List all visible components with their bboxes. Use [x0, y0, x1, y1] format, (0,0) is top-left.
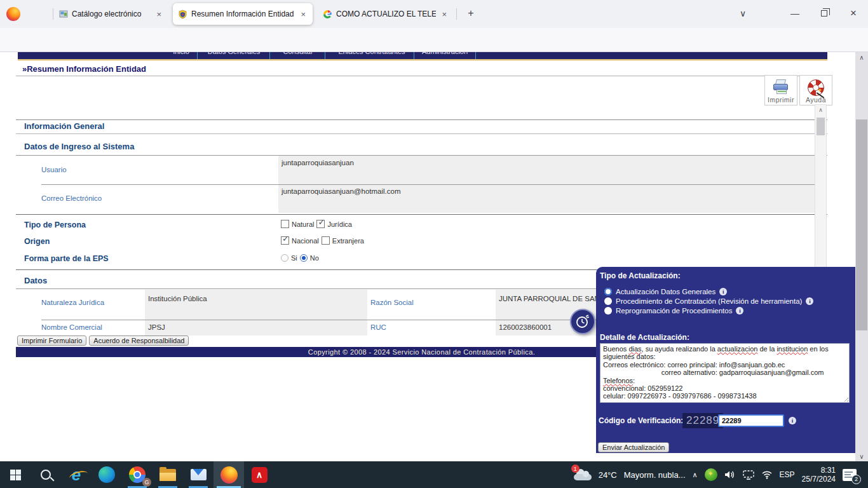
imprimir-formulario-button[interactable]: Imprimir Formulario: [17, 336, 86, 346]
nav-item-administracion[interactable]: Administración: [422, 52, 468, 58]
volume-icon[interactable]: [724, 470, 736, 480]
taskbar-acrobat-button[interactable]: ∧: [244, 461, 275, 488]
close-tab-icon[interactable]: ×: [299, 10, 308, 19]
ruc-value: 1260023860001: [499, 323, 552, 331]
temperature[interactable]: 24°C: [599, 470, 617, 480]
weather-widget[interactable]: 1: [574, 469, 592, 480]
language-indicator[interactable]: ESP: [780, 470, 795, 479]
info-icon[interactable]: i: [736, 307, 743, 315]
close-tab-icon[interactable]: ×: [154, 10, 163, 19]
enviar-actualizacion-button[interactable]: Enviar Actualización: [598, 442, 669, 452]
list-tabs-chevron-icon[interactable]: ∨: [732, 0, 754, 27]
tipo-persona-label: Tipo de Persona: [24, 220, 86, 229]
info-icon[interactable]: i: [789, 417, 796, 424]
restore-button[interactable]: [813, 0, 835, 27]
eps-no-label: No: [310, 254, 319, 262]
eps-si-radio[interactable]: [281, 254, 288, 262]
nombre-label: Nombre Comercial: [41, 323, 102, 331]
notification-count-badge: 2: [851, 475, 861, 484]
eps-si-label: Si: [291, 254, 297, 262]
eps-no-radio[interactable]: [300, 254, 308, 262]
windows-logo-icon: [10, 470, 21, 480]
browser-scrollbar[interactable]: ∧ ∨: [855, 52, 868, 461]
codigo-input[interactable]: [718, 414, 784, 427]
nombre-value-field: [145, 320, 367, 336]
tab-google-search[interactable]: COMO ACTUALIZO EL TELEFON ×: [318, 3, 454, 25]
internet-explorer-icon: e: [72, 466, 81, 483]
resize-grip-icon[interactable]: [843, 396, 848, 402]
procedimiento-radio[interactable]: [604, 297, 612, 305]
taskbar-firefox-button[interactable]: [214, 461, 244, 488]
session-timer-badge[interactable]: [570, 309, 595, 334]
clock[interactable]: 8:31 25/7/2024: [802, 466, 836, 484]
actualizacion-panel: Tipo de Actualización: Actualización Dat…: [596, 267, 857, 453]
taskbar-mail-button[interactable]: [183, 461, 214, 488]
tab-title: Catálogo electrónico: [72, 10, 151, 18]
firefox-logo-icon[interactable]: [6, 7, 20, 21]
divider: [16, 133, 827, 134]
taskbar-ie-button[interactable]: e: [61, 461, 92, 488]
natural-checkbox[interactable]: [281, 220, 289, 228]
new-tab-button[interactable]: +: [461, 0, 480, 27]
taskbar-explorer-button[interactable]: [153, 461, 183, 488]
nav-item-enlaces[interactable]: Enlaces Contratantes: [338, 52, 405, 58]
browser-titlebar: Catálogo electrónico × Resumen Informaci…: [0, 0, 868, 28]
taskbar-chrome-button[interactable]: G: [122, 461, 153, 488]
ayuda-button[interactable]: ✦ Ayuda: [799, 75, 832, 105]
tipo-actualizacion-title: Tipo de Actualización:: [600, 271, 681, 280]
option-procedimiento: Procedimiento de Contratación (Revisión …: [604, 297, 813, 305]
search-icon: [41, 470, 51, 480]
start-button[interactable]: [0, 461, 31, 488]
tab-resumen-active[interactable]: Resumen Información Entidad ×: [173, 3, 313, 25]
date: 25/7/2024: [802, 475, 836, 484]
scroll-up-icon[interactable]: ∧: [815, 105, 826, 115]
scrollbar-thumb[interactable]: [856, 119, 867, 330]
nav-item-inicio[interactable]: Inicio: [173, 52, 189, 58]
antivirus-icon[interactable]: [705, 468, 717, 481]
reprogramacion-radio[interactable]: [604, 307, 612, 315]
close-tab-icon[interactable]: ×: [440, 10, 449, 19]
divider: [16, 119, 827, 120]
captcha-display: 22289: [682, 413, 723, 428]
acuerdo-responsabilidad-button[interactable]: Acuerdo de Responsalbilidad: [89, 336, 189, 346]
extranjera-checkbox[interactable]: [322, 236, 330, 245]
imprimir-button[interactable]: Imprimir: [764, 75, 797, 105]
tab-catalogo[interactable]: Catálogo electrónico ×: [54, 3, 168, 25]
info-icon[interactable]: i: [719, 288, 727, 295]
naturaleza-label: Naturaleza Jurídica: [41, 299, 104, 306]
restore-icon: [821, 10, 827, 17]
close-window-button[interactable]: ×: [843, 0, 864, 27]
razon-value: JUNTA PARROQUIAL DE SAN JU: [499, 295, 611, 302]
taskbar-search-button[interactable]: [31, 461, 61, 488]
tray-chevron-icon[interactable]: ∧: [693, 471, 698, 479]
razon-label: Razón Social: [370, 299, 414, 306]
scrollbar-thumb[interactable]: [817, 118, 825, 135]
origen-options: Nacional Extranjera: [281, 236, 364, 245]
cast-display-icon[interactable]: [743, 470, 754, 480]
windows-taskbar: e G ∧ 1 24°C Mayorm. nubla... ∧ ESP 8:31…: [0, 461, 868, 488]
scroll-up-icon[interactable]: ∧: [855, 52, 868, 62]
action-center-button[interactable]: 2: [843, 469, 857, 481]
system-tray: 1 24°C Mayorm. nubla... ∧ ESP 8:31 25/7/…: [574, 461, 863, 488]
nav-item-consultar[interactable]: Consultar: [283, 52, 313, 58]
ruc-label: RUC: [370, 323, 386, 331]
correo-label: Correo Electrónico: [41, 194, 102, 202]
datos-generales-radio[interactable]: [604, 288, 612, 295]
nacional-checkbox[interactable]: [281, 236, 289, 245]
nav-item-datos-generales[interactable]: Datos Generales: [208, 52, 261, 58]
nav-separator: [269, 52, 270, 59]
info-icon[interactable]: i: [806, 297, 813, 305]
wifi-icon[interactable]: [761, 470, 773, 479]
juridica-checkbox[interactable]: [316, 220, 325, 228]
option-label: Actualización Datos Generales: [616, 288, 715, 295]
scroll-down-icon[interactable]: ∨: [855, 451, 868, 461]
detalle-textarea[interactable]: Buenos dias, su ayuda realizando la actu…: [600, 343, 850, 403]
weather-description[interactable]: Mayorm. nubla...: [624, 470, 686, 480]
option-label: Procedimiento de Contratación (Revisión …: [616, 297, 802, 305]
taskbar-edge-button[interactable]: [92, 461, 122, 488]
minimize-button[interactable]: —: [784, 0, 806, 27]
divider: [16, 214, 827, 215]
nav-separator: [475, 52, 476, 59]
page-title: »Resumen Información Entidad: [22, 64, 146, 74]
eps-options: Si No: [281, 254, 319, 262]
